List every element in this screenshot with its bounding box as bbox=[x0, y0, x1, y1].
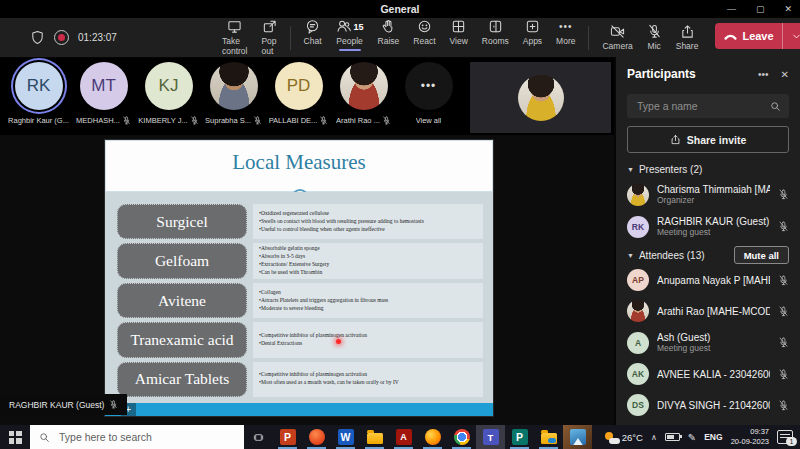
participant-search[interactable] bbox=[627, 94, 789, 118]
word-icon: W bbox=[338, 429, 354, 445]
taskbar-search[interactable] bbox=[30, 425, 244, 449]
view-all-button[interactable]: ••• View all bbox=[396, 58, 461, 135]
taskbar-app-acrobat[interactable]: A bbox=[389, 425, 418, 449]
teams-meeting-window: General — ▢ ✕ 01:23:07 Take control Pop … bbox=[0, 0, 800, 449]
slide-row-avitene: Avitene Collagen Attracts Platelets and … bbox=[117, 283, 483, 318]
mic-button[interactable]: Mic bbox=[640, 21, 669, 54]
pen-icon[interactable]: ✎ bbox=[688, 432, 696, 443]
window-controls: — ▢ ✕ bbox=[727, 0, 792, 18]
leave-options-button[interactable] bbox=[783, 31, 800, 42]
strip-participant[interactable]: Arathi Rao ... bbox=[331, 58, 396, 135]
people-button[interactable]: 15 People bbox=[329, 16, 371, 49]
taskbar-clock[interactable]: 09:37 20-09-2023 bbox=[731, 427, 769, 447]
strip-participant[interactable]: RK Raghbir Kaur (G... bbox=[6, 58, 71, 135]
task-view-button[interactable] bbox=[244, 425, 273, 449]
participant-row[interactable]: AP Anupama Nayak P [MAHE-MCO... bbox=[627, 265, 789, 295]
taskbar-app-chrome[interactable] bbox=[447, 425, 476, 449]
slide-row-surgicel: Surgicel Oxidized regenerated cellulose … bbox=[117, 204, 483, 239]
toolbar-center: Take control Pop out Chat 15 People bbox=[215, 16, 583, 59]
mic-off-icon bbox=[122, 116, 131, 125]
avatar-photo bbox=[627, 184, 649, 206]
people-icon bbox=[336, 19, 351, 34]
chevron-down-icon bbox=[791, 31, 800, 42]
raise-hand-icon bbox=[381, 19, 396, 34]
mic-off-icon[interactable] bbox=[778, 400, 789, 411]
camera-button[interactable]: Camera bbox=[595, 21, 639, 54]
taskbar-app-teams[interactable]: T bbox=[476, 425, 505, 449]
strip-participant[interactable]: PD PALLABI DE... bbox=[266, 58, 331, 135]
attendees-section-header[interactable]: ▼ Attendees (13) Mute all bbox=[627, 246, 789, 264]
chat-button[interactable]: Chat bbox=[297, 16, 329, 49]
panel-more-icon[interactable]: ••• bbox=[758, 69, 769, 80]
overflow-icon: ••• bbox=[405, 62, 453, 110]
toolbar-divider bbox=[290, 26, 291, 50]
mic-off-icon[interactable] bbox=[778, 369, 789, 380]
language-indicator[interactable]: ENG bbox=[704, 432, 722, 442]
mic-off-icon[interactable] bbox=[778, 221, 789, 232]
taskbar-app-powerpoint[interactable]: P bbox=[273, 425, 302, 449]
participant-row[interactable]: AK AVNEE KALIA - 230426001 - MC... bbox=[627, 359, 789, 389]
mic-off-icon bbox=[109, 400, 118, 409]
share-button[interactable]: Share bbox=[669, 21, 706, 54]
share-invite-button[interactable]: Share invite bbox=[627, 126, 789, 153]
minimize-icon[interactable]: — bbox=[727, 4, 736, 14]
avatar-photo bbox=[340, 62, 388, 110]
apps-button[interactable]: Apps bbox=[516, 16, 549, 49]
taskbar-app-file-explorer[interactable] bbox=[360, 425, 389, 449]
raise-hand-button[interactable]: Raise bbox=[371, 16, 407, 49]
mute-all-button[interactable]: Mute all bbox=[734, 246, 789, 264]
participant-row[interactable]: Charisma Thimmaiah [MAHE-MC... Organizer bbox=[627, 179, 789, 210]
rooms-button[interactable]: Rooms bbox=[475, 16, 516, 49]
mic-off-icon[interactable] bbox=[778, 275, 789, 286]
tray-expand-icon[interactable]: ∧ bbox=[651, 433, 657, 442]
pop-out-button[interactable]: Pop out bbox=[254, 16, 284, 59]
avatar: PD bbox=[275, 62, 323, 110]
react-button[interactable]: React bbox=[406, 16, 442, 49]
strip-participant[interactable]: MT MEDHASH... bbox=[71, 58, 136, 135]
mic-off-icon bbox=[382, 116, 391, 125]
strip-participant[interactable]: Suprabha S... bbox=[201, 58, 266, 135]
slide-title-area: Local Measures bbox=[105, 140, 493, 192]
taskbar-app-publisher[interactable]: P bbox=[505, 425, 534, 449]
battery-icon[interactable] bbox=[665, 433, 680, 442]
panel-close-icon[interactable]: ✕ bbox=[781, 69, 789, 80]
view-button[interactable]: View bbox=[443, 16, 475, 49]
taskbar-app-word[interactable]: W bbox=[331, 425, 360, 449]
avatar: A bbox=[627, 332, 649, 354]
taskbar-app-firefox[interactable] bbox=[418, 425, 447, 449]
people-active-indicator bbox=[339, 49, 361, 52]
mic-off-icon[interactable] bbox=[778, 337, 789, 348]
close-icon[interactable]: ✕ bbox=[784, 4, 792, 14]
take-control-button[interactable]: Take control bbox=[215, 16, 255, 59]
shared-content-stage: Local Measures Surgicel Oxidized regener… bbox=[0, 135, 614, 425]
mic-off-icon bbox=[647, 24, 662, 39]
more-button[interactable]: ••• More bbox=[549, 16, 582, 49]
mic-off-icon[interactable] bbox=[778, 306, 789, 317]
participant-row[interactable]: Arathi Rao [MAHE-MCODSMLR] bbox=[627, 296, 789, 326]
brave-icon bbox=[309, 429, 325, 445]
notification-center-icon[interactable]: 1 bbox=[777, 430, 793, 444]
strip-participant[interactable]: KJ KIMBERLY J... bbox=[136, 58, 201, 135]
maximize-icon[interactable]: ▢ bbox=[756, 4, 765, 14]
system-tray: 26°C ∧ ✎ ENG 09:37 20-09-2023 1 bbox=[598, 425, 800, 449]
meeting-status: 01:23:07 bbox=[30, 30, 117, 45]
participant-row[interactable]: RK RAGHBIR KAUR (Guest) Meeting guest bbox=[627, 211, 789, 242]
mic-off-icon[interactable] bbox=[778, 189, 789, 200]
weather-widget[interactable]: 26°C bbox=[605, 432, 643, 443]
participant-row[interactable]: A Ash (Guest) Meeting guest bbox=[627, 327, 789, 358]
search-icon bbox=[39, 432, 50, 443]
start-button[interactable] bbox=[0, 425, 30, 449]
taskbar-search-input[interactable] bbox=[57, 430, 235, 444]
presenters-section-header[interactable]: ▼ Presenters (2) bbox=[627, 160, 789, 178]
presenter-video-tile[interactable] bbox=[470, 62, 611, 133]
slide-title: Local Measures bbox=[106, 141, 492, 175]
leave-button[interactable]: Leave bbox=[715, 23, 800, 49]
teams-icon: T bbox=[483, 429, 499, 445]
taskbar-app-photos[interactable] bbox=[563, 425, 592, 449]
publisher-icon: P bbox=[512, 429, 528, 445]
taskbar-app-brave[interactable] bbox=[302, 425, 331, 449]
slide-row-amicar-tablets: Amicar Tablets Competitive inhibitor of … bbox=[117, 362, 483, 397]
participant-search-input[interactable] bbox=[635, 99, 770, 113]
participant-row[interactable]: DS DIVYA SINGH - 210426002 bbox=[627, 390, 789, 420]
taskbar-app-onedrive-folder[interactable] bbox=[534, 425, 563, 449]
